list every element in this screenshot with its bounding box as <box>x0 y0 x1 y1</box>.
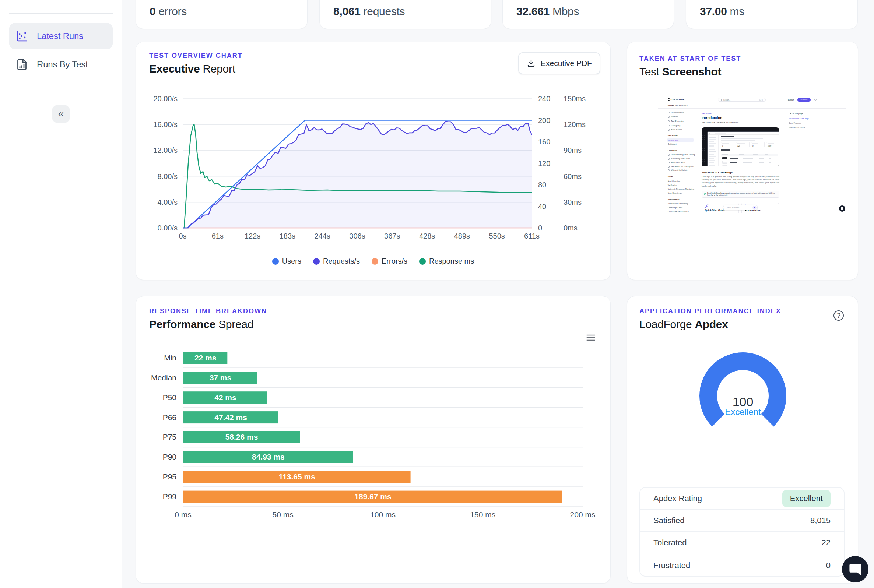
svg-text:306s: 306s <box>349 232 365 240</box>
svg-text:189.67 ms: 189.67 ms <box>354 492 391 501</box>
svg-text:150ms: 150ms <box>563 94 586 103</box>
svg-text:58.26 ms: 58.26 ms <box>225 433 258 441</box>
svg-text:22 ms: 22 ms <box>194 354 216 362</box>
svg-text:550s: 550s <box>489 232 505 240</box>
svg-text:113.65 ms: 113.65 ms <box>279 472 315 481</box>
svg-text:P50: P50 <box>163 393 176 402</box>
svg-text:12.00/s: 12.00/s <box>153 146 177 154</box>
svg-text:160: 160 <box>538 138 550 146</box>
svg-text:Min: Min <box>164 354 176 362</box>
svg-text:30ms: 30ms <box>563 198 581 206</box>
svg-text:120: 120 <box>538 159 550 168</box>
svg-text:120ms: 120ms <box>563 120 586 129</box>
svg-text:P66: P66 <box>163 413 176 422</box>
svg-text:0 ms: 0 ms <box>174 510 192 519</box>
svg-text:90ms: 90ms <box>563 146 581 154</box>
svg-text:16.00/s: 16.00/s <box>153 120 177 129</box>
svg-text:42 ms: 42 ms <box>214 393 236 402</box>
svg-text:37 ms: 37 ms <box>210 374 232 382</box>
svg-text:50 ms: 50 ms <box>273 510 294 519</box>
svg-text:P99: P99 <box>163 492 176 501</box>
svg-text:80: 80 <box>538 181 546 189</box>
svg-text:244s: 244s <box>315 232 330 240</box>
svg-text:367s: 367s <box>384 232 400 240</box>
svg-text:428s: 428s <box>419 232 435 240</box>
svg-text:61s: 61s <box>212 232 224 240</box>
svg-text:20.00/s: 20.00/s <box>153 94 177 103</box>
svg-text:100 ms: 100 ms <box>370 510 396 519</box>
svg-text:0s: 0s <box>179 232 186 240</box>
svg-text:40: 40 <box>538 202 546 211</box>
svg-text:8.00/s: 8.00/s <box>158 172 177 180</box>
svg-text:489s: 489s <box>454 232 470 240</box>
svg-text:Excellent: Excellent <box>725 407 761 417</box>
svg-text:P95: P95 <box>163 472 176 481</box>
svg-text:122s: 122s <box>245 232 260 240</box>
svg-text:Median: Median <box>151 374 176 382</box>
svg-text:200 ms: 200 ms <box>570 510 596 519</box>
svg-text:P90: P90 <box>163 453 176 461</box>
svg-text:611s: 611s <box>524 232 539 240</box>
svg-text:4.00/s: 4.00/s <box>158 198 177 206</box>
svg-text:P75: P75 <box>163 433 176 441</box>
svg-text:84.93 ms: 84.93 ms <box>252 453 285 461</box>
svg-text:60ms: 60ms <box>563 172 581 180</box>
svg-text:150 ms: 150 ms <box>470 510 496 519</box>
svg-text:0: 0 <box>538 224 542 232</box>
svg-text:47.42 ms: 47.42 ms <box>214 413 247 422</box>
svg-text:0.00/s: 0.00/s <box>158 224 177 232</box>
svg-text:200: 200 <box>538 116 550 124</box>
svg-text:183s: 183s <box>279 232 295 240</box>
svg-text:240: 240 <box>538 94 550 103</box>
svg-text:0ms: 0ms <box>563 224 578 232</box>
